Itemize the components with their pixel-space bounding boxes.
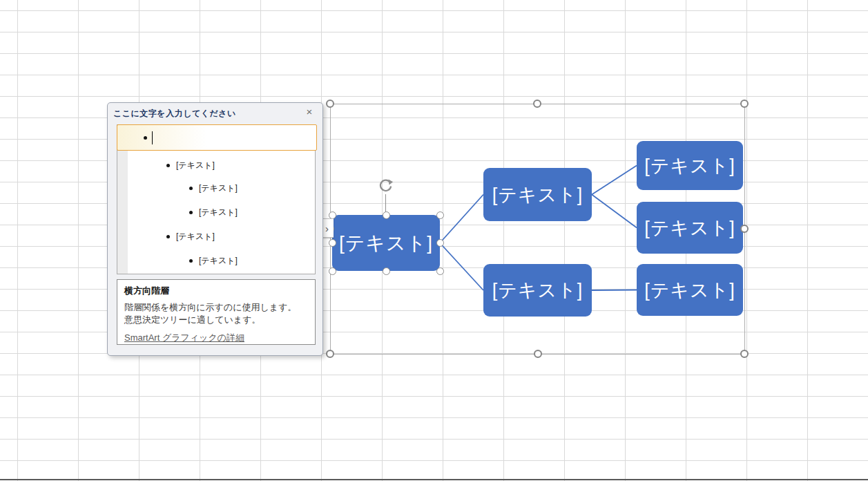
entry-list-gutter [117, 151, 128, 274]
close-icon[interactable]: × [303, 106, 316, 118]
entry-text: [テキスト] [176, 160, 215, 171]
bullet-icon [189, 187, 193, 190]
smartart-node-level3-middle[interactable]: [テキスト] [637, 202, 743, 254]
entry-row[interactable]: [テキスト] [128, 254, 312, 267]
canvas-handle-right-middle[interactable] [740, 225, 749, 233]
smartart-node-level2-top[interactable]: [テキスト] [483, 168, 592, 221]
canvas-handle-top-left[interactable] [326, 100, 334, 108]
layout-description-line2: 意思決定ツリーに適しています。 [124, 314, 308, 326]
root-handle-bottom-left[interactable] [329, 267, 336, 275]
bullet-icon [144, 136, 147, 140]
entry-row[interactable]: [テキスト] [128, 182, 312, 194]
entry-text: [テキスト] [199, 207, 238, 218]
connector-bottom-to-leaf3 [592, 290, 637, 291]
smartart-help-link[interactable]: SmartArt グラフィックの詳細 [124, 332, 244, 344]
root-handle-top-left[interactable] [329, 211, 336, 219]
smartart-text-pane: ここに文字を入力してください × [テキスト] [テキスト] [テキスト] [テ… [107, 102, 323, 356]
bullet-icon [166, 164, 170, 167]
text-cursor [152, 131, 153, 144]
entry-row-selected[interactable] [117, 124, 317, 151]
root-handle-top-middle[interactable] [383, 211, 390, 219]
rotation-handle-icon[interactable] [378, 178, 394, 194]
connector-top-to-leaf1 [592, 166, 637, 195]
chevron-right-icon: › [325, 223, 329, 234]
entry-row[interactable]: [テキスト] [128, 230, 312, 243]
smartart-node-level3-top[interactable]: [テキスト] [637, 141, 743, 190]
canvas-handle-top-right[interactable] [740, 100, 749, 108]
layout-info-box: 横方向階層 階層関係を横方向に示すのに使用します。 意思決定ツリーに適しています… [117, 279, 316, 345]
connector-root-to-top [440, 195, 483, 243]
smartart-node-level3-bottom[interactable]: [テキスト] [637, 264, 743, 316]
bullet-icon [166, 235, 170, 238]
entry-text: [テキスト] [176, 231, 215, 243]
rotation-arrowhead [389, 180, 394, 185]
text-pane-title: ここに文字を入力してください [113, 108, 236, 120]
root-handle-right-middle[interactable] [436, 239, 444, 247]
root-handle-bottom-right[interactable] [436, 267, 444, 275]
text-pane-entry-list: [テキスト] [テキスト] [テキスト] [テキスト] [テキスト] [117, 124, 316, 274]
bullet-icon [189, 259, 193, 263]
entry-row[interactable]: [テキスト] [128, 159, 312, 171]
connector-root-to-bottom [440, 243, 483, 291]
root-handle-left-middle[interactable] [329, 239, 336, 247]
root-handle-top-right[interactable] [436, 211, 444, 219]
canvas-handle-bottom-middle[interactable] [534, 350, 542, 358]
connector-top-to-leaf2 [592, 195, 637, 228]
entry-text: [テキスト] [199, 255, 238, 267]
smartart-node-root[interactable]: [テキスト] [332, 215, 440, 271]
bullet-icon [189, 211, 193, 214]
smartart-node-level2-bottom[interactable]: [テキスト] [483, 264, 592, 317]
canvas-handle-top-middle[interactable] [533, 100, 541, 108]
entry-text: [テキスト] [199, 182, 238, 194]
layout-description-line1: 階層関係を横方向に示すのに使用します。 [124, 301, 308, 314]
entry-row[interactable]: [テキスト] [128, 206, 312, 218]
root-handle-bottom-middle[interactable] [383, 267, 390, 275]
layout-name: 横方向階層 [124, 285, 308, 297]
window-bottom-edge [0, 479, 868, 480]
canvas-handle-bottom-right[interactable] [740, 350, 749, 358]
canvas-handle-bottom-left[interactable] [326, 350, 334, 358]
